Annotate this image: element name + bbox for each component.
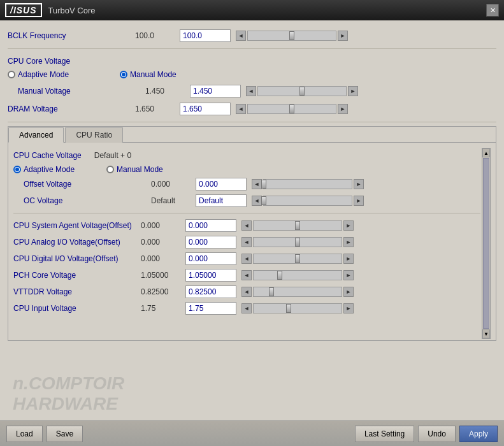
dram-voltage-slider-left[interactable]: ◄: [236, 104, 246, 114]
load-button[interactable]: Load: [6, 426, 43, 442]
cpu-digital-io-right[interactable]: ►: [343, 254, 354, 264]
main-content: BCLK Frequency 100.0 ◄ ► CPU Core Voltag…: [0, 20, 504, 421]
cpu-system-agent-thumb[interactable]: [295, 221, 300, 230]
cpu-system-agent-left[interactable]: ◄: [241, 220, 252, 231]
scrollbar[interactable]: ▲ ▼: [482, 148, 491, 339]
dram-voltage-label: DRAM Voltage: [8, 104, 135, 113]
pch-core-voltage-input[interactable]: [185, 269, 236, 282]
oc-voltage-thumb[interactable]: [261, 196, 266, 205]
cpu-analog-io-default: 0.000: [141, 238, 185, 247]
cpu-analog-io-label: CPU Analog I/O Voltage(Offset): [13, 238, 141, 247]
cpu-input-voltage-right[interactable]: ►: [343, 303, 354, 313]
adaptive-mode-option[interactable]: Adaptive Mode: [8, 70, 69, 79]
vttddr-voltage-thumb[interactable]: [269, 287, 274, 296]
manual-voltage-default: 1.450: [145, 87, 190, 96]
oc-voltage-default: Default: [151, 196, 196, 205]
cpu-cache-voltage-default: Default + 0: [94, 151, 139, 160]
cpu-digital-io-input[interactable]: [185, 252, 236, 265]
cpu-input-voltage-input[interactable]: [185, 302, 236, 315]
manual-voltage-slider-container: ◄ ►: [246, 86, 358, 96]
manual-voltage-slider-left[interactable]: ◄: [246, 86, 256, 96]
divider-1: [8, 48, 496, 49]
cpu-input-voltage-row: CPU Input Voltage 1.75 ◄ ►: [13, 300, 480, 317]
pch-core-voltage-thumb[interactable]: [277, 271, 282, 280]
vttddr-voltage-track[interactable]: [253, 287, 342, 297]
offset-voltage-right[interactable]: ►: [354, 179, 364, 189]
bclk-slider-left[interactable]: ◄: [236, 31, 246, 41]
offset-voltage-label: Offset Voltage: [24, 180, 151, 189]
manual-mode-option[interactable]: Manual Mode: [120, 70, 176, 79]
scrollbar-up[interactable]: ▲: [482, 148, 490, 157]
offset-voltage-row: Offset Voltage 0.000 ◄ ►: [24, 176, 480, 192]
last-setting-button[interactable]: Last Setting: [355, 426, 414, 442]
vttddr-voltage-right[interactable]: ►: [343, 287, 354, 297]
cpu-digital-io-thumb[interactable]: [295, 254, 300, 263]
bclk-input[interactable]: [180, 29, 231, 42]
close-button[interactable]: ✕: [486, 4, 499, 17]
footer: Load Save Last Setting Undo Apply: [0, 421, 504, 446]
cpu-analog-io-input-container: [185, 236, 236, 248]
cpu-input-voltage-track[interactable]: [253, 303, 342, 313]
pch-core-voltage-left[interactable]: ◄: [241, 270, 252, 280]
dram-voltage-input[interactable]: [180, 103, 231, 115]
bclk-slider-thumb[interactable]: [289, 31, 294, 40]
manual-voltage-slider-right[interactable]: ►: [348, 86, 358, 96]
cpu-digital-io-row: CPU Digital I/O Voltage(Offset) 0.000 ◄ …: [13, 250, 480, 267]
manual-mode-radio[interactable]: [120, 71, 127, 78]
manual-voltage-slider-thumb[interactable]: [299, 87, 305, 96]
scrollbar-thumb[interactable]: [483, 158, 489, 329]
tab-content-advanced: CPU Cache Voltage Default + 0 Adaptive M…: [8, 143, 496, 340]
offset-voltage-input[interactable]: [196, 178, 247, 191]
cache-adaptive-option[interactable]: Adaptive Mode: [13, 165, 75, 174]
adaptive-mode-radio[interactable]: [8, 71, 15, 78]
tab-advanced[interactable]: Advanced: [8, 127, 64, 143]
cpu-analog-io-track[interactable]: [253, 237, 342, 247]
cpu-system-agent-right[interactable]: ►: [343, 220, 354, 231]
bclk-label: BCLK Frequency: [8, 31, 135, 40]
dram-voltage-slider-thumb[interactable]: [289, 104, 294, 113]
tab-cpu-ratio[interactable]: CPU Ratio: [65, 127, 123, 143]
cpu-analog-io-input[interactable]: [185, 236, 236, 248]
cpu-analog-io-right[interactable]: ►: [343, 237, 354, 247]
cpu-input-voltage-left[interactable]: ◄: [241, 303, 252, 313]
cpu-cache-voltage-header: CPU Cache Voltage: [13, 150, 82, 161]
vttddr-voltage-left[interactable]: ◄: [241, 287, 252, 297]
cache-manual-option[interactable]: Manual Mode: [106, 165, 163, 174]
cpu-system-agent-input-container: [185, 219, 236, 232]
cpu-digital-io-track[interactable]: [253, 254, 342, 264]
cache-manual-radio[interactable]: [106, 166, 114, 173]
scrollbar-down[interactable]: ▼: [482, 329, 490, 338]
cpu-cache-voltage-header-row: CPU Cache Voltage Default + 0: [13, 148, 480, 163]
offset-voltage-track[interactable]: [263, 179, 352, 189]
manual-voltage-slider-track[interactable]: [257, 86, 347, 96]
apply-button[interactable]: Apply: [459, 426, 498, 442]
oc-voltage-right[interactable]: ►: [354, 196, 364, 206]
manual-voltage-input[interactable]: [190, 85, 241, 97]
vttddr-voltage-input[interactable]: [185, 285, 236, 298]
cpu-input-voltage-label: CPU Input Voltage: [13, 304, 141, 313]
adaptive-mode-label: Adaptive Mode: [18, 70, 69, 79]
offset-voltage-left[interactable]: ◄: [252, 179, 262, 189]
dram-voltage-slider-right[interactable]: ►: [338, 104, 348, 114]
cpu-input-voltage-thumb[interactable]: [286, 304, 291, 313]
cache-adaptive-label: Adaptive Mode: [24, 165, 75, 174]
oc-voltage-track[interactable]: [263, 196, 352, 206]
pch-core-voltage-track[interactable]: [253, 270, 342, 280]
cpu-analog-io-left[interactable]: ◄: [241, 237, 252, 247]
undo-button[interactable]: Undo: [418, 426, 456, 442]
dram-voltage-default: 1.650: [135, 104, 180, 113]
oc-voltage-left[interactable]: ◄: [252, 196, 262, 206]
pch-core-voltage-right[interactable]: ►: [343, 270, 354, 280]
bclk-slider-track[interactable]: [247, 31, 336, 41]
bclk-slider-right[interactable]: ►: [338, 31, 348, 41]
cpu-system-agent-input[interactable]: [185, 219, 236, 232]
cpu-system-agent-track[interactable]: [253, 220, 342, 231]
cache-adaptive-radio[interactable]: [13, 166, 21, 173]
save-button[interactable]: Save: [47, 426, 83, 442]
offset-voltage-thumb[interactable]: [261, 180, 266, 189]
cpu-digital-io-left[interactable]: ◄: [241, 254, 252, 264]
dram-voltage-slider-track[interactable]: [247, 104, 336, 114]
cpu-analog-io-thumb[interactable]: [295, 238, 300, 247]
oc-voltage-input[interactable]: [196, 194, 247, 207]
manual-mode-dot: [122, 73, 126, 76]
